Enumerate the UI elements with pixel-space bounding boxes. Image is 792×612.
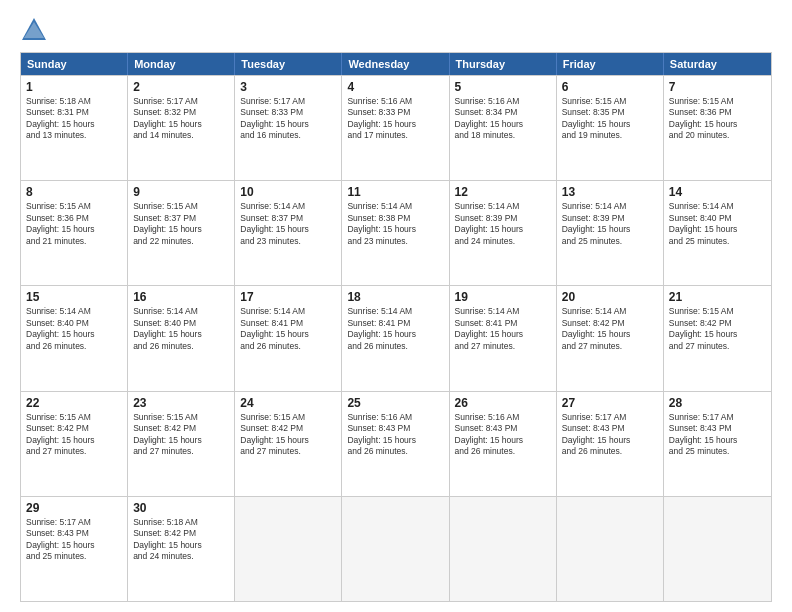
day-info: Sunrise: 5:14 AM Sunset: 8:39 PM Dayligh… — [562, 201, 658, 247]
day-number: 29 — [26, 501, 122, 515]
day-number: 9 — [133, 185, 229, 199]
day-number: 14 — [669, 185, 766, 199]
empty-cell — [664, 497, 771, 601]
day-number: 22 — [26, 396, 122, 410]
day-cell-13: 13Sunrise: 5:14 AM Sunset: 8:39 PM Dayli… — [557, 181, 664, 285]
day-info: Sunrise: 5:15 AM Sunset: 8:42 PM Dayligh… — [26, 412, 122, 458]
day-number: 2 — [133, 80, 229, 94]
day-number: 25 — [347, 396, 443, 410]
day-cell-23: 23Sunrise: 5:15 AM Sunset: 8:42 PM Dayli… — [128, 392, 235, 496]
header — [20, 16, 772, 44]
calendar-week-2: 8Sunrise: 5:15 AM Sunset: 8:36 PM Daylig… — [21, 180, 771, 285]
day-cell-26: 26Sunrise: 5:16 AM Sunset: 8:43 PM Dayli… — [450, 392, 557, 496]
header-day-thursday: Thursday — [450, 53, 557, 75]
day-cell-9: 9Sunrise: 5:15 AM Sunset: 8:37 PM Daylig… — [128, 181, 235, 285]
day-info: Sunrise: 5:14 AM Sunset: 8:40 PM Dayligh… — [133, 306, 229, 352]
day-info: Sunrise: 5:14 AM Sunset: 8:39 PM Dayligh… — [455, 201, 551, 247]
day-info: Sunrise: 5:15 AM Sunset: 8:42 PM Dayligh… — [240, 412, 336, 458]
day-info: Sunrise: 5:15 AM Sunset: 8:42 PM Dayligh… — [133, 412, 229, 458]
day-number: 6 — [562, 80, 658, 94]
day-cell-25: 25Sunrise: 5:16 AM Sunset: 8:43 PM Dayli… — [342, 392, 449, 496]
logo — [20, 16, 52, 44]
calendar-week-3: 15Sunrise: 5:14 AM Sunset: 8:40 PM Dayli… — [21, 285, 771, 390]
day-cell-29: 29Sunrise: 5:17 AM Sunset: 8:43 PM Dayli… — [21, 497, 128, 601]
day-number: 19 — [455, 290, 551, 304]
day-number: 24 — [240, 396, 336, 410]
day-number: 8 — [26, 185, 122, 199]
header-day-saturday: Saturday — [664, 53, 771, 75]
day-info: Sunrise: 5:15 AM Sunset: 8:36 PM Dayligh… — [669, 96, 766, 142]
day-number: 15 — [26, 290, 122, 304]
day-cell-30: 30Sunrise: 5:18 AM Sunset: 8:42 PM Dayli… — [128, 497, 235, 601]
day-number: 3 — [240, 80, 336, 94]
day-number: 23 — [133, 396, 229, 410]
day-cell-22: 22Sunrise: 5:15 AM Sunset: 8:42 PM Dayli… — [21, 392, 128, 496]
day-number: 16 — [133, 290, 229, 304]
day-info: Sunrise: 5:17 AM Sunset: 8:43 PM Dayligh… — [562, 412, 658, 458]
day-info: Sunrise: 5:18 AM Sunset: 8:31 PM Dayligh… — [26, 96, 122, 142]
header-day-friday: Friday — [557, 53, 664, 75]
day-info: Sunrise: 5:16 AM Sunset: 8:33 PM Dayligh… — [347, 96, 443, 142]
day-number: 30 — [133, 501, 229, 515]
empty-cell — [450, 497, 557, 601]
day-number: 5 — [455, 80, 551, 94]
day-info: Sunrise: 5:16 AM Sunset: 8:43 PM Dayligh… — [455, 412, 551, 458]
day-cell-20: 20Sunrise: 5:14 AM Sunset: 8:42 PM Dayli… — [557, 286, 664, 390]
day-number: 18 — [347, 290, 443, 304]
day-cell-6: 6Sunrise: 5:15 AM Sunset: 8:35 PM Daylig… — [557, 76, 664, 180]
day-info: Sunrise: 5:14 AM Sunset: 8:41 PM Dayligh… — [240, 306, 336, 352]
page: SundayMondayTuesdayWednesdayThursdayFrid… — [0, 0, 792, 612]
day-number: 1 — [26, 80, 122, 94]
day-cell-11: 11Sunrise: 5:14 AM Sunset: 8:38 PM Dayli… — [342, 181, 449, 285]
day-number: 21 — [669, 290, 766, 304]
day-info: Sunrise: 5:14 AM Sunset: 8:40 PM Dayligh… — [26, 306, 122, 352]
day-info: Sunrise: 5:14 AM Sunset: 8:42 PM Dayligh… — [562, 306, 658, 352]
day-info: Sunrise: 5:16 AM Sunset: 8:43 PM Dayligh… — [347, 412, 443, 458]
header-day-tuesday: Tuesday — [235, 53, 342, 75]
day-cell-8: 8Sunrise: 5:15 AM Sunset: 8:36 PM Daylig… — [21, 181, 128, 285]
day-cell-21: 21Sunrise: 5:15 AM Sunset: 8:42 PM Dayli… — [664, 286, 771, 390]
day-info: Sunrise: 5:15 AM Sunset: 8:35 PM Dayligh… — [562, 96, 658, 142]
calendar: SundayMondayTuesdayWednesdayThursdayFrid… — [20, 52, 772, 602]
day-cell-16: 16Sunrise: 5:14 AM Sunset: 8:40 PM Dayli… — [128, 286, 235, 390]
day-number: 20 — [562, 290, 658, 304]
day-info: Sunrise: 5:15 AM Sunset: 8:36 PM Dayligh… — [26, 201, 122, 247]
day-cell-10: 10Sunrise: 5:14 AM Sunset: 8:37 PM Dayli… — [235, 181, 342, 285]
day-cell-18: 18Sunrise: 5:14 AM Sunset: 8:41 PM Dayli… — [342, 286, 449, 390]
empty-cell — [342, 497, 449, 601]
day-cell-4: 4Sunrise: 5:16 AM Sunset: 8:33 PM Daylig… — [342, 76, 449, 180]
svg-marker-1 — [24, 22, 44, 38]
day-number: 17 — [240, 290, 336, 304]
day-info: Sunrise: 5:17 AM Sunset: 8:43 PM Dayligh… — [669, 412, 766, 458]
day-cell-12: 12Sunrise: 5:14 AM Sunset: 8:39 PM Dayli… — [450, 181, 557, 285]
day-number: 7 — [669, 80, 766, 94]
day-cell-24: 24Sunrise: 5:15 AM Sunset: 8:42 PM Dayli… — [235, 392, 342, 496]
day-info: Sunrise: 5:14 AM Sunset: 8:38 PM Dayligh… — [347, 201, 443, 247]
day-cell-27: 27Sunrise: 5:17 AM Sunset: 8:43 PM Dayli… — [557, 392, 664, 496]
day-info: Sunrise: 5:15 AM Sunset: 8:37 PM Dayligh… — [133, 201, 229, 247]
day-number: 11 — [347, 185, 443, 199]
day-number: 12 — [455, 185, 551, 199]
day-cell-17: 17Sunrise: 5:14 AM Sunset: 8:41 PM Dayli… — [235, 286, 342, 390]
day-cell-15: 15Sunrise: 5:14 AM Sunset: 8:40 PM Dayli… — [21, 286, 128, 390]
header-day-wednesday: Wednesday — [342, 53, 449, 75]
calendar-week-4: 22Sunrise: 5:15 AM Sunset: 8:42 PM Dayli… — [21, 391, 771, 496]
day-cell-28: 28Sunrise: 5:17 AM Sunset: 8:43 PM Dayli… — [664, 392, 771, 496]
day-info: Sunrise: 5:14 AM Sunset: 8:41 PM Dayligh… — [347, 306, 443, 352]
day-cell-3: 3Sunrise: 5:17 AM Sunset: 8:33 PM Daylig… — [235, 76, 342, 180]
day-number: 13 — [562, 185, 658, 199]
day-cell-2: 2Sunrise: 5:17 AM Sunset: 8:32 PM Daylig… — [128, 76, 235, 180]
day-cell-19: 19Sunrise: 5:14 AM Sunset: 8:41 PM Dayli… — [450, 286, 557, 390]
day-info: Sunrise: 5:14 AM Sunset: 8:41 PM Dayligh… — [455, 306, 551, 352]
day-number: 27 — [562, 396, 658, 410]
day-number: 26 — [455, 396, 551, 410]
day-number: 10 — [240, 185, 336, 199]
logo-icon — [20, 16, 48, 44]
day-info: Sunrise: 5:17 AM Sunset: 8:33 PM Dayligh… — [240, 96, 336, 142]
day-number: 4 — [347, 80, 443, 94]
empty-cell — [557, 497, 664, 601]
day-info: Sunrise: 5:14 AM Sunset: 8:40 PM Dayligh… — [669, 201, 766, 247]
day-info: Sunrise: 5:17 AM Sunset: 8:32 PM Dayligh… — [133, 96, 229, 142]
day-cell-7: 7Sunrise: 5:15 AM Sunset: 8:36 PM Daylig… — [664, 76, 771, 180]
header-day-sunday: Sunday — [21, 53, 128, 75]
